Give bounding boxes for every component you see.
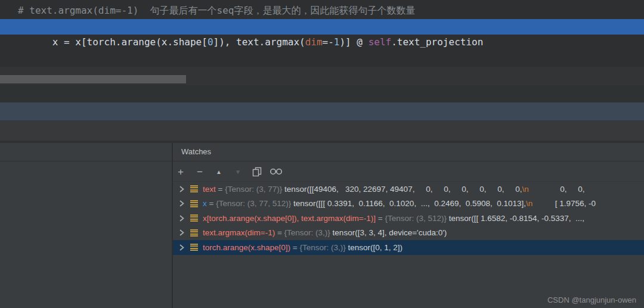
duplicate-watch-button[interactable] — [250, 164, 264, 179]
debugger-panel: Watches + − ▲ ▼ — [0, 143, 644, 308]
execution-line-highlight[interactable]: x = x[torch.arange(x.shape[0]), text.arg… — [0, 19, 644, 35]
escape-sequence: \n — [522, 185, 528, 194]
watch-value: [ 1.9756, -0 — [532, 199, 596, 208]
watch-icon — [190, 244, 198, 251]
watches-pane: + − ▲ ▼ — [173, 162, 644, 308]
watch-icon — [190, 185, 198, 192]
code-text: .text_projection — [391, 36, 483, 48]
watches-pane-header: Watches — [0, 143, 644, 161]
watch-icon — [190, 200, 198, 207]
watch-row-x-indexed[interactable]: x[torch.arange(x.shape[0]), text.argmax(… — [173, 211, 644, 226]
csdn-watermark: CSDN @tangjunjun-owen — [547, 295, 636, 304]
type-hint: {Tensor: (3, 77, 512)} — [216, 199, 293, 208]
chevron-right-icon[interactable] — [178, 200, 185, 207]
show-watches-in-variables-button[interactable] — [269, 164, 283, 179]
equals-sign: = — [290, 243, 299, 252]
remove-watch-button[interactable]: − — [193, 164, 207, 179]
horizontal-scrollbar-thumb[interactable] — [0, 75, 186, 83]
chevron-right-icon[interactable] — [178, 229, 185, 237]
type-hint: {Tensor: (3,)} — [299, 243, 348, 252]
watch-expression: x[torch.arange(x.shape[0]), text.argmax(… — [203, 214, 376, 223]
named-argument: dim — [305, 36, 323, 48]
chevron-right-icon[interactable] — [178, 244, 185, 251]
escape-sequence: \n — [526, 199, 532, 208]
watch-value: tensor([0, 1, 2]) — [348, 243, 403, 252]
watch-value: tensor([[49406, 320, 22697, 49407, 0, 0,… — [284, 185, 522, 194]
watch-expression: text — [203, 185, 216, 194]
watch-value: 0, 0, — [529, 185, 585, 194]
selected-frame-row-band[interactable] — [0, 102, 644, 120]
equals-sign: = — [207, 199, 216, 208]
chevron-right-icon[interactable] — [178, 185, 185, 193]
equals-sign: = — [216, 185, 225, 194]
watch-expression: text.argmax(dim=-1) — [203, 228, 275, 237]
code-comment-line: # text.argmax(dim=-1) 句子最后有一个seq字段，是最大的，… — [18, 4, 415, 18]
move-watch-down-button[interactable]: ▼ — [231, 164, 245, 179]
watch-row-text-content: torch.arange(x.shape[0]) = {Tensor: (3,)… — [203, 243, 402, 252]
self-keyword: self — [369, 36, 392, 48]
type-hint: {Tensor: (3, 512)} — [385, 214, 448, 223]
move-watch-up-button[interactable]: ▲ — [212, 164, 226, 179]
watches-list: text = {Tensor: (3, 77)} tensor([[49406,… — [173, 182, 644, 255]
watch-expression: x — [203, 199, 207, 208]
watches-toolbar: + − ▲ ▼ — [173, 162, 644, 182]
watch-value: tensor([[ 1.6582, -0.8154, -0.5337, ..., — [449, 214, 584, 223]
number-literal: 0 — [208, 36, 213, 48]
watches-pane-title: Watches — [181, 147, 211, 156]
code-text: )] @ — [339, 36, 368, 48]
watch-row-arange-selected[interactable]: torch.arange(x.shape[0]) = {Tensor: (3,)… — [173, 240, 644, 255]
variables-pane — [0, 162, 172, 308]
watch-icon — [190, 214, 198, 222]
code-text: =- — [323, 36, 334, 48]
watch-icon — [190, 229, 198, 237]
horizontal-scrollbar[interactable] — [0, 67, 644, 85]
watch-row-text-content: text = {Tensor: (3, 77)} tensor([[49406,… — [203, 185, 585, 194]
watch-row-text-content: text.argmax(dim=-1) = {Tensor: (3,)} ten… — [203, 228, 447, 237]
watch-row-text-content: x[torch.arange(x.shape[0]), text.argmax(… — [203, 214, 584, 223]
watch-row-argmax[interactable]: text.argmax(dim=-1) = {Tensor: (3,)} ten… — [173, 226, 644, 241]
debugger-spacer-band — [0, 85, 644, 102]
watch-row-text-content: x = {Tensor: (3, 77, 512)} tensor([[[ 0.… — [203, 199, 596, 208]
watch-row-text[interactable]: text = {Tensor: (3, 77)} tensor([[49406,… — [173, 182, 644, 197]
code-text: ]), text.argmax( — [213, 36, 305, 48]
equals-sign: = — [376, 214, 385, 223]
chevron-right-icon[interactable] — [178, 214, 185, 222]
copy-icon — [252, 167, 262, 176]
ide-debug-screen: # text.argmax(dim=-1) 句子最后有一个seq字段，是最大的，… — [0, 0, 644, 308]
code-editor[interactable]: # text.argmax(dim=-1) 句子最后有一个seq字段，是最大的，… — [0, 0, 644, 85]
watch-expression: torch.arange(x.shape[0]) — [203, 243, 290, 252]
add-watch-button[interactable]: + — [174, 164, 188, 179]
type-hint: {Tensor: (3, 77)} — [225, 185, 284, 194]
frames-band — [0, 122, 644, 141]
watch-value: tensor([3, 3, 4], device='cuda:0') — [333, 228, 447, 237]
type-hint: {Tensor: (3,)} — [284, 228, 333, 237]
glasses-icon — [270, 168, 283, 175]
watch-value: tensor([[[ 0.3391, 0.1166, 0.1020, ..., … — [293, 199, 526, 208]
watch-row-x[interactable]: x = {Tensor: (3, 77, 512)} tensor([[[ 0.… — [173, 197, 644, 211]
code-text: x = x[torch.arange(x.shape[ — [52, 36, 208, 48]
equals-sign: = — [275, 228, 284, 237]
